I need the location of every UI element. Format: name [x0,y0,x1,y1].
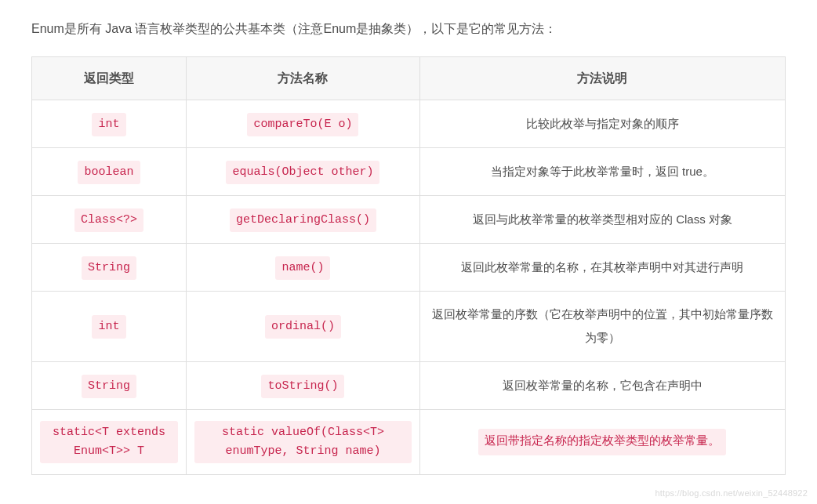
table-row: static<T extends Enum<T>> Tstatic valueO… [32,409,786,474]
intro-text: Enum是所有 Java 语言枚举类型的公共基本类（注意Enum是抽象类），以下… [31,19,786,39]
table-row: Class<?>getDeclaringClass()返回与此枚举常量的枚举类型… [32,195,786,243]
cell-description: 返回枚举常量的序数（它在枚举声明中的位置，其中初始常量序数为零） [419,291,785,361]
cell-description: 返回带指定名称的指定枚举类型的枚举常量。 [419,409,785,474]
header-return-type: 返回类型 [32,56,187,100]
table-row: Stringname()返回此枚举常量的名称，在其枚举声明中对其进行声明 [32,243,786,291]
description-highlighted: 返回带指定名称的指定枚举类型的枚举常量。 [478,429,726,456]
cell-return-type: Class<?> [32,195,187,243]
cell-return-type: int [32,100,187,147]
cell-method-name: getDeclaringClass() [187,195,420,243]
table-row: intordinal()返回枚举常量的序数（它在枚举声明中的位置，其中初始常量序… [32,291,786,361]
return-type-code: boolean [78,161,140,184]
method-name-code: name() [275,256,330,280]
return-type-code: String [82,256,136,280]
cell-method-name: ordinal() [187,291,420,361]
return-type-code: Class<?> [74,208,143,232]
cell-return-type: int [32,291,187,361]
return-type-code: int [92,315,125,339]
method-name-code: getDeclaringClass() [230,208,376,232]
return-type-code: static<T extends Enum<T>> T [40,421,178,463]
enum-methods-table: 返回类型 方法名称 方法说明 intcompareTo(E o)比较此枚举与指定… [31,56,786,475]
cell-method-name: static valueOf(Class<T> enumType, String… [187,409,420,474]
watermark-text: https://blog.csdn.net/weixin_52448922 [655,488,808,494]
description-text: 返回此枚举常量的名称，在其枚举声明中对其进行声明 [461,260,743,274]
cell-method-name: name() [187,243,420,291]
cell-method-name: toString() [187,361,420,409]
return-type-code: String [82,375,136,398]
description-text: 返回枚举常量的序数（它在枚举声明中的位置，其中初始常量序数为零） [432,307,773,344]
cell-description: 当指定对象等于此枚举常量时，返回 true。 [419,147,785,195]
table-header-row: 返回类型 方法名称 方法说明 [32,56,786,100]
cell-return-type: String [32,361,187,409]
description-text: 当指定对象等于此枚举常量时，返回 true。 [491,165,714,178]
cell-method-name: compareTo(E o) [187,100,420,147]
header-description: 方法说明 [419,56,785,100]
header-method-name: 方法名称 [187,56,420,100]
description-text: 比较此枚举与指定对象的顺序 [526,117,679,130]
method-name-code: static valueOf(Class<T> enumType, String… [194,421,412,463]
method-name-code: ordinal() [265,315,341,339]
cell-description: 返回此枚举常量的名称，在其枚举声明中对其进行声明 [419,243,785,291]
method-name-code: toString() [261,375,344,398]
cell-description: 返回枚举常量的名称，它包含在声明中 [419,361,785,409]
cell-return-type: static<T extends Enum<T>> T [32,409,187,474]
cell-method-name: equals(Object other) [187,147,420,195]
method-name-code: compareTo(E o) [247,113,358,136]
table-row: StringtoString()返回枚举常量的名称，它包含在声明中 [32,361,786,409]
cell-description: 返回与此枚举常量的枚举类型相对应的 Class 对象 [419,195,785,243]
table-row: booleanequals(Object other)当指定对象等于此枚举常量时… [32,147,786,195]
return-type-code: int [92,113,125,136]
cell-return-type: String [32,243,187,291]
cell-return-type: boolean [32,147,187,195]
description-text: 返回枚举常量的名称，它包含在声明中 [503,379,703,392]
description-text: 返回与此枚举常量的枚举类型相对应的 Class 对象 [473,212,732,226]
method-name-code: equals(Object other) [226,161,379,184]
cell-description: 比较此枚举与指定对象的顺序 [419,100,785,147]
table-row: intcompareTo(E o)比较此枚举与指定对象的顺序 [32,100,786,147]
